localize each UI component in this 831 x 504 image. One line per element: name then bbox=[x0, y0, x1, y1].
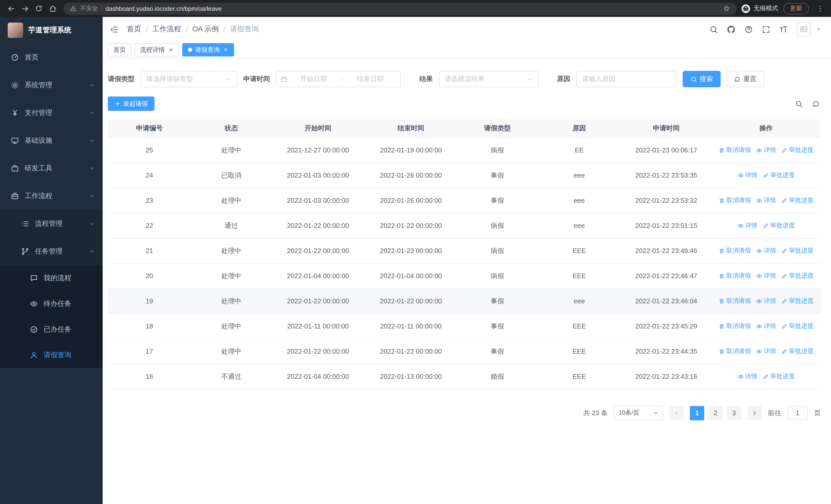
detail-link[interactable]: 详情 bbox=[756, 297, 776, 305]
progress-link[interactable]: 审批进度 bbox=[781, 246, 813, 255]
bookmark-star-icon[interactable] bbox=[723, 5, 730, 12]
progress-link[interactable]: 审批进度 bbox=[763, 221, 795, 230]
table-toolbar-right bbox=[795, 100, 820, 108]
cell-reason: EEE bbox=[537, 263, 621, 289]
next-page-button[interactable] bbox=[747, 406, 762, 420]
browser-forward-icon[interactable] bbox=[18, 2, 32, 16]
edit-icon bbox=[763, 223, 769, 229]
detail-link[interactable]: 详情 bbox=[756, 146, 776, 154]
sidebar-item-done-task[interactable]: 已办任务 bbox=[0, 317, 103, 342]
avatar-caret-icon[interactable] bbox=[815, 26, 822, 32]
browser-home-icon[interactable] bbox=[46, 2, 60, 16]
browser-back-icon[interactable] bbox=[4, 2, 18, 16]
sidebar-item-process-mgmt[interactable]: 流程管理 bbox=[0, 210, 103, 238]
cell-reason: eee bbox=[537, 163, 621, 188]
address-bar[interactable]: 不安全 dashboard.yudao.iocoder.cn/bpm/oa/le… bbox=[64, 2, 737, 14]
goto-page-input[interactable] bbox=[787, 406, 808, 420]
progress-link[interactable]: 审批进度 bbox=[763, 372, 795, 381]
progress-link-label: 审批进度 bbox=[789, 322, 813, 330]
progress-link[interactable]: 审批进度 bbox=[781, 196, 813, 205]
cancel-link[interactable]: 取消请假 bbox=[719, 347, 751, 356]
result-select[interactable]: 请选择流结果 bbox=[439, 71, 539, 87]
page-buttons: 123 bbox=[690, 406, 741, 420]
sidebar-item-home[interactable]: 首页 bbox=[0, 43, 103, 71]
progress-link[interactable]: 审批进度 bbox=[781, 297, 813, 305]
tab-process-detail[interactable]: 流程详情 bbox=[135, 43, 179, 56]
date-range-picker[interactable]: 开始日期 - 结束日期 bbox=[276, 71, 401, 87]
sidebar-item-dev-tools[interactable]: 研发工具 bbox=[0, 154, 103, 182]
close-icon[interactable] bbox=[223, 47, 228, 52]
detail-link[interactable]: 详情 bbox=[737, 171, 757, 180]
reason-input[interactable]: 请输入原因 bbox=[576, 71, 677, 87]
cell-actions: 详情审批进度 bbox=[711, 364, 821, 389]
detail-link[interactable]: 详情 bbox=[737, 372, 757, 381]
page-button-3[interactable]: 3 bbox=[727, 406, 741, 420]
cell-end: 2022-01-19 00:00:00 bbox=[365, 138, 457, 163]
progress-link[interactable]: 审批进度 bbox=[781, 146, 813, 154]
infra-icon bbox=[10, 137, 20, 145]
progress-link[interactable]: 审批进度 bbox=[763, 171, 795, 180]
fullscreen-icon[interactable] bbox=[762, 25, 770, 34]
help-icon[interactable] bbox=[744, 25, 753, 34]
sidebar-collapse-icon[interactable] bbox=[110, 25, 119, 34]
detail-link[interactable]: 详情 bbox=[737, 221, 757, 230]
progress-link[interactable]: 审批进度 bbox=[781, 347, 813, 356]
page-size-select[interactable]: 10条/页 bbox=[614, 406, 663, 420]
cancel-link[interactable]: 取消请假 bbox=[719, 246, 751, 255]
sidebar-item-workflow[interactable]: 工作流程 bbox=[0, 182, 103, 210]
progress-link[interactable]: 审批进度 bbox=[781, 271, 813, 280]
page-button-1[interactable]: 1 bbox=[690, 406, 704, 420]
leave-type-select[interactable]: 请选择请假类型 bbox=[141, 71, 237, 87]
cell-start: 2022-01-04 00:00:00 bbox=[271, 263, 365, 289]
tab-label: 首页 bbox=[113, 46, 126, 54]
browser-reload-icon[interactable] bbox=[32, 2, 46, 16]
breadcrumb-item[interactable]: 工作流程 bbox=[152, 25, 181, 34]
fontsize-icon[interactable] bbox=[779, 25, 788, 34]
breadcrumb-item[interactable]: OA 示例 bbox=[193, 25, 219, 34]
cancel-link[interactable]: 取消请假 bbox=[719, 271, 751, 280]
sidebar-item-payment-mgmt[interactable]: 支付管理 bbox=[0, 99, 103, 127]
table-row: 22通过2022-01-22 00:00:002022-01-22 00:00:… bbox=[108, 213, 821, 238]
sidebar-item-leave-query[interactable]: 请假查询 bbox=[0, 342, 103, 368]
sidebar-item-task-mgmt[interactable]: 任务管理 bbox=[0, 238, 103, 265]
refresh-table-icon[interactable] bbox=[812, 100, 820, 108]
github-icon[interactable] bbox=[727, 25, 736, 34]
cancel-link[interactable]: 取消请假 bbox=[719, 322, 751, 330]
detail-link[interactable]: 详情 bbox=[756, 246, 776, 255]
trash-icon bbox=[719, 348, 725, 354]
detail-link-label: 详情 bbox=[764, 146, 776, 154]
column-header: 请假类型 bbox=[457, 119, 537, 138]
chevron-left-icon bbox=[674, 410, 680, 416]
breadcrumb-item[interactable]: 首页 bbox=[127, 25, 141, 34]
cell-applied: 2022-01-22 23:49:46 bbox=[621, 238, 711, 263]
close-icon[interactable] bbox=[168, 47, 173, 52]
browser-update-button[interactable]: 更新 bbox=[783, 3, 809, 14]
browser-menu-icon[interactable] bbox=[813, 2, 827, 16]
toggle-search-icon[interactable] bbox=[795, 100, 803, 108]
url-text[interactable]: dashboard.yudao.iocoder.cn/bpm/oa/leave bbox=[106, 5, 719, 12]
progress-link[interactable]: 审批进度 bbox=[781, 322, 813, 330]
page-button-2[interactable]: 2 bbox=[708, 406, 723, 420]
detail-link[interactable]: 详情 bbox=[756, 196, 776, 205]
sidebar-item-todo-task[interactable]: 待办任务 bbox=[0, 291, 103, 317]
cancel-link[interactable]: 取消请假 bbox=[719, 196, 751, 205]
avatar[interactable] bbox=[797, 22, 811, 36]
detail-link[interactable]: 详情 bbox=[756, 322, 776, 330]
detail-link-label: 详情 bbox=[764, 297, 776, 305]
sidebar-item-my-process[interactable]: 我的流程 bbox=[0, 265, 103, 291]
trash-icon bbox=[719, 147, 725, 153]
prev-page-button[interactable] bbox=[669, 406, 684, 420]
search-icon[interactable] bbox=[709, 25, 718, 34]
create-leave-button[interactable]: 发起请假 bbox=[108, 96, 154, 111]
cancel-link[interactable]: 取消请假 bbox=[719, 297, 751, 305]
reset-button[interactable]: 重置 bbox=[726, 71, 764, 87]
tab-home[interactable]: 首页 bbox=[108, 43, 132, 56]
cancel-link[interactable]: 取消请假 bbox=[719, 146, 751, 154]
detail-link[interactable]: 详情 bbox=[756, 271, 776, 280]
detail-link[interactable]: 详情 bbox=[756, 347, 776, 356]
tab-leave-query[interactable]: 请假查询 bbox=[182, 43, 234, 56]
sidebar-item-infrastructure[interactable]: 基础设施 bbox=[0, 127, 103, 154]
security-warning-label[interactable]: 不安全 bbox=[80, 5, 98, 12]
sidebar-item-system-mgmt[interactable]: 系统管理 bbox=[0, 71, 103, 99]
search-button[interactable]: 搜索 bbox=[683, 71, 721, 87]
